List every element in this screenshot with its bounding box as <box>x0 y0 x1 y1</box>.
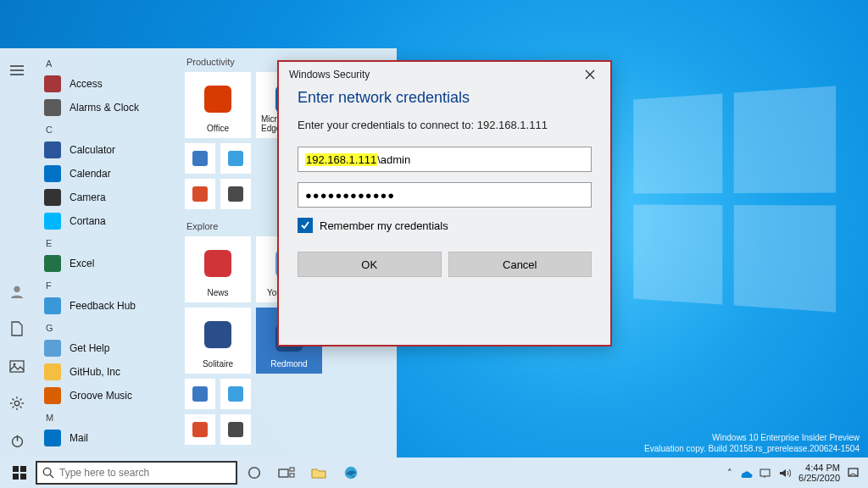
tile-small[interactable] <box>220 143 251 174</box>
svg-rect-1 <box>10 361 24 372</box>
app-list-letter[interactable]: C <box>34 119 178 138</box>
close-icon[interactable] <box>573 63 607 86</box>
app-list-letter[interactable]: M <box>34 408 178 426</box>
tile-small[interactable] <box>185 414 215 445</box>
tray-onedrive-icon[interactable] <box>739 469 753 478</box>
start-app-list[interactable]: AAccessAlarms & ClockCCalculatorCalendar… <box>34 48 178 458</box>
app-list-item[interactable]: Calculator <box>34 138 178 162</box>
app-list-item[interactable]: Calendar <box>34 162 178 186</box>
start-button[interactable] <box>5 460 34 485</box>
clock-time: 4:44 PM <box>798 463 840 473</box>
pictures-icon[interactable] <box>0 349 34 383</box>
app-list-letter[interactable]: E <box>34 233 178 252</box>
ok-button[interactable]: OK <box>298 252 442 277</box>
tile-small[interactable] <box>185 379 215 409</box>
tile-label: Redmond <box>270 359 307 369</box>
dialog-subtext: Enter your credentials to connect to: 19… <box>298 119 592 131</box>
app-list-item[interactable]: Excel <box>34 252 178 275</box>
taskbar-search[interactable] <box>36 461 237 485</box>
svg-rect-9 <box>279 469 288 477</box>
app-list-letter[interactable]: F <box>34 275 178 294</box>
start-rail <box>0 48 34 458</box>
app-icon <box>44 387 61 404</box>
app-list-item[interactable]: Alarms & Clock <box>34 96 178 119</box>
tile[interactable]: Office <box>185 72 251 138</box>
checkbox-checked-icon[interactable] <box>298 218 313 233</box>
tile-small[interactable] <box>220 179 251 209</box>
svg-rect-10 <box>290 468 294 471</box>
svg-point-2 <box>14 363 16 365</box>
app-list-item[interactable]: Get Help <box>34 336 178 360</box>
app-label: Calendar <box>70 168 111 180</box>
svg-point-8 <box>249 468 260 479</box>
tile-icon <box>204 86 231 113</box>
app-label: Cortana <box>70 215 106 227</box>
username-field[interactable]: 192.168.1.111\admin <box>298 147 592 172</box>
app-label: GitHub, Inc <box>70 366 120 378</box>
tile-label: Office <box>207 124 229 133</box>
dialog-title: Windows Security <box>289 69 370 80</box>
app-list-item[interactable]: Feedback Hub <box>34 294 178 318</box>
search-icon <box>42 467 54 479</box>
dialog-heading: Enter network credentials <box>298 89 592 107</box>
app-label: Groove Music <box>70 390 132 402</box>
app-icon <box>44 75 61 92</box>
app-icon <box>44 189 61 206</box>
power-icon[interactable] <box>0 424 34 458</box>
app-list-item[interactable]: GitHub, Inc <box>34 360 178 384</box>
tile-label: News <box>207 288 228 297</box>
system-tray[interactable]: ˄ 4:44 PM 6/25/2020 <box>724 463 863 483</box>
tile-icon <box>204 321 231 348</box>
app-list-letter[interactable]: G <box>34 318 178 336</box>
task-view-icon[interactable] <box>271 460 302 485</box>
windows-icon <box>13 466 26 480</box>
app-label: Get Help <box>70 342 109 354</box>
tray-volume-icon[interactable] <box>779 468 792 479</box>
svg-point-3 <box>14 401 19 405</box>
app-list-item[interactable]: Access <box>34 72 178 96</box>
app-icon <box>44 297 61 314</box>
app-icon <box>44 363 61 380</box>
tile-icon <box>204 250 231 277</box>
svg-point-6 <box>43 468 51 475</box>
remember-checkbox-row[interactable]: Remember my credentials <box>298 218 592 233</box>
password-field[interactable]: ●●●●●●●●●●●● <box>298 182 592 208</box>
cortana-icon[interactable] <box>239 460 270 485</box>
remember-label: Remember my credentials <box>320 219 448 232</box>
tile-small[interactable] <box>220 414 251 445</box>
dialog-titlebar: Windows Security <box>279 62 610 87</box>
app-list-letter[interactable]: A <box>34 53 178 72</box>
tile-small[interactable] <box>185 143 215 174</box>
taskbar-app-explorer[interactable] <box>303 460 334 485</box>
password-value: ●●●●●●●●●●●● <box>305 189 395 202</box>
tile-small[interactable] <box>220 379 251 409</box>
credentials-dialog: Windows Security Enter network credentia… <box>277 60 612 347</box>
clock-date: 6/25/2020 <box>798 473 840 483</box>
watermark-line1: Windows 10 Enterprise Insider Preview <box>644 432 860 443</box>
app-icon <box>44 255 61 272</box>
wallpaper-windows-logo <box>633 86 836 312</box>
documents-icon[interactable] <box>0 312 34 346</box>
app-icon <box>44 340 61 357</box>
app-list-item[interactable]: Cortana <box>34 209 178 233</box>
app-list-item[interactable]: Camera <box>34 186 178 209</box>
app-icon <box>44 99 61 116</box>
tile[interactable]: News <box>185 236 251 302</box>
taskbar-app-edge[interactable] <box>336 460 366 485</box>
svg-line-7 <box>50 474 53 478</box>
taskbar-clock[interactable]: 4:44 PM 6/25/2020 <box>798 463 840 483</box>
cancel-button[interactable]: Cancel <box>448 252 593 277</box>
tray-network-icon[interactable] <box>760 468 772 479</box>
notifications-icon[interactable] <box>847 467 860 480</box>
user-icon[interactable] <box>0 274 34 308</box>
settings-icon[interactable] <box>0 386 34 420</box>
app-list-item[interactable]: Mail <box>34 426 178 450</box>
svg-rect-13 <box>760 469 770 476</box>
app-list-item[interactable]: Groove Music <box>34 384 178 408</box>
search-input[interactable] <box>59 467 231 479</box>
tile-small[interactable] <box>185 179 215 209</box>
hamburger-icon[interactable] <box>0 53 34 87</box>
tile[interactable]: Solitaire <box>185 308 251 374</box>
watermark-line2: Evaluation copy. Build 20158.rs_prerelea… <box>644 443 860 454</box>
tray-chevron-icon[interactable]: ˄ <box>727 468 732 479</box>
